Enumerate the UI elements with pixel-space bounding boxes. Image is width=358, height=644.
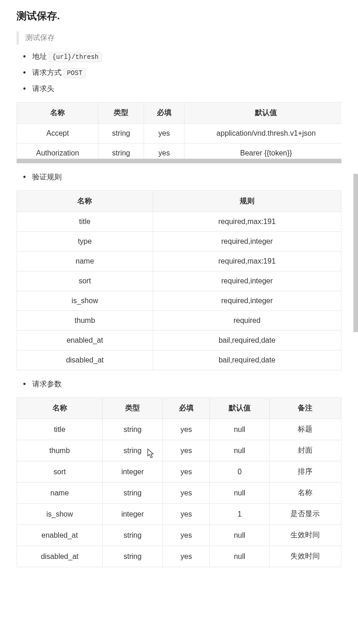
table-cell: name — [17, 252, 153, 271]
table-row: disabled_atbail,required,date — [17, 351, 341, 370]
table-row: enabled_atstringyesnull生效时间 — [17, 525, 341, 546]
table-row: disabled_atstringyesnull失效时间 — [17, 546, 341, 567]
meta-method-code: POST — [64, 68, 86, 78]
table-cell: 是否显示 — [269, 504, 341, 525]
table-cell: sort — [17, 271, 153, 291]
table-cell: sort — [17, 461, 103, 483]
table-row: sortrequired,integer — [17, 271, 341, 291]
params-table-wrap: 名称类型必填默认值备注titlestringyesnull标题thumbstri… — [17, 397, 341, 567]
table-cell: required,max:191 — [153, 212, 341, 232]
table-cell: 名称 — [269, 483, 341, 504]
meta-address-label: 地址 — [32, 52, 47, 60]
table-row: namerequired,max:191 — [17, 252, 341, 271]
table-header-cell: 默认值 — [210, 398, 269, 419]
table-cell: null — [210, 419, 269, 440]
meta-params-label: 请求参数 — [32, 380, 62, 388]
rules-table-wrap: 名称规则titlerequired,max:191typerequired,in… — [17, 190, 341, 370]
table-cell: yes — [163, 525, 210, 546]
table-header-cell: 名称 — [17, 398, 103, 419]
table-row: AuthorizationstringyesBearer {{token}} — [17, 144, 342, 163]
meta-method-label: 请求方式 — [32, 69, 62, 76]
meta-method: 请求方式 POST — [20, 68, 341, 78]
headers-table: 名称类型必填默认值Acceptstringyesapplication/vnd.… — [17, 102, 341, 163]
table-cell: null — [210, 546, 269, 567]
params-table: 名称类型必填默认值备注titlestringyesnull标题thumbstri… — [17, 397, 341, 567]
meta-list-3: 请求参数 — [17, 380, 341, 389]
table-header-cell: 名称 — [17, 191, 153, 212]
table-cell: Authorization — [17, 144, 98, 163]
table-cell: null — [210, 525, 269, 546]
table-row: namestringyesnull名称 — [17, 483, 341, 504]
table-cell: type — [17, 232, 153, 252]
table-cell: Accept — [17, 124, 98, 144]
table-cell: string — [103, 483, 163, 504]
vertical-scrollbar-thumb[interactable] — [353, 174, 358, 332]
meta-address-code: {url}/thresh — [49, 52, 102, 62]
table-cell: 1 — [210, 504, 269, 525]
table-row: Acceptstringyesapplication/vnd.thresh.v1… — [17, 124, 342, 144]
meta-headers-label: 请求头 — [32, 85, 54, 92]
table-cell: 排序 — [269, 461, 341, 483]
table-cell: integer — [103, 461, 163, 483]
table-cell: thumb — [17, 311, 153, 331]
table-cell: 0 — [210, 461, 269, 483]
table-cell: yes — [163, 483, 210, 504]
table-row: sortintegeryes0排序 — [17, 461, 341, 483]
table-cell: yes — [163, 461, 210, 483]
meta-list-2: 验证规则 — [17, 172, 341, 182]
table-cell: 封面 — [269, 440, 341, 461]
table-row: typerequired,integer — [17, 232, 341, 252]
table-row: is_showintegeryes1是否显示 — [17, 504, 341, 525]
table-row: titlerequired,max:191 — [17, 212, 341, 232]
table-cell: disabled_at — [17, 351, 153, 370]
table-row: thumbrequired — [17, 311, 341, 331]
table-cell: title — [17, 212, 153, 232]
meta-list: 地址 {url}/thresh 请求方式 POST 请求头 — [17, 52, 341, 94]
table-cell: enabled_at — [17, 525, 103, 546]
meta-headers: 请求头 — [20, 84, 341, 94]
table-cell: yes — [163, 419, 210, 440]
table-cell: null — [210, 483, 269, 504]
table-cell: string — [98, 144, 144, 163]
rules-table: 名称规则titlerequired,max:191typerequired,in… — [17, 190, 341, 370]
table-cell: string — [103, 419, 163, 440]
table-cell: required — [153, 311, 341, 331]
table-cell: bail,required,date — [153, 331, 341, 351]
meta-rules-label: 验证规则 — [32, 173, 62, 181]
table-cell: yes — [163, 546, 210, 567]
table-row: titlestringyesnull标题 — [17, 419, 341, 440]
table-cell: string — [103, 440, 163, 461]
table-cell: is_show — [17, 291, 153, 311]
table-cell: Bearer {{token}} — [185, 144, 341, 163]
table-cell: required,integer — [153, 271, 341, 291]
table-cell: name — [17, 483, 103, 504]
table-cell: integer — [103, 504, 163, 525]
table-cell: application/vnd.thresh.v1+json — [185, 124, 341, 144]
table-cell: 生效时间 — [269, 525, 341, 546]
table-header-cell: 类型 — [98, 103, 144, 124]
table-cell: string — [103, 525, 163, 546]
table-header-cell: 必填 — [144, 103, 185, 124]
table-cell: required,max:191 — [153, 252, 341, 271]
table-cell: is_show — [17, 504, 103, 525]
table-cell: enabled_at — [17, 331, 153, 351]
table-header-cell: 规则 — [153, 191, 341, 212]
table-cell: yes — [163, 440, 210, 461]
table-cell: yes — [163, 504, 210, 525]
page-heading: 测试保存. — [17, 9, 341, 23]
meta-address: 地址 {url}/thresh — [20, 52, 341, 62]
table-cell: title — [17, 419, 103, 440]
table-row: enabled_atbail,required,date — [17, 331, 341, 351]
table-row: is_showrequired,integer — [17, 291, 341, 311]
table-cell: 失效时间 — [269, 546, 341, 567]
table-cell: string — [98, 124, 144, 144]
meta-params: 请求参数 — [20, 380, 341, 389]
table-header-cell: 类型 — [103, 398, 163, 419]
table-cell: 标题 — [269, 419, 341, 440]
table-row: thumbstringyesnull封面 — [17, 440, 341, 461]
headers-table-wrap[interactable]: 名称类型必填默认值Acceptstringyesapplication/vnd.… — [17, 102, 341, 163]
table-cell: string — [103, 546, 163, 567]
table-header-cell: 名称 — [17, 103, 98, 124]
table-header-cell: 备注 — [269, 398, 341, 419]
meta-rules: 验证规则 — [20, 172, 341, 182]
